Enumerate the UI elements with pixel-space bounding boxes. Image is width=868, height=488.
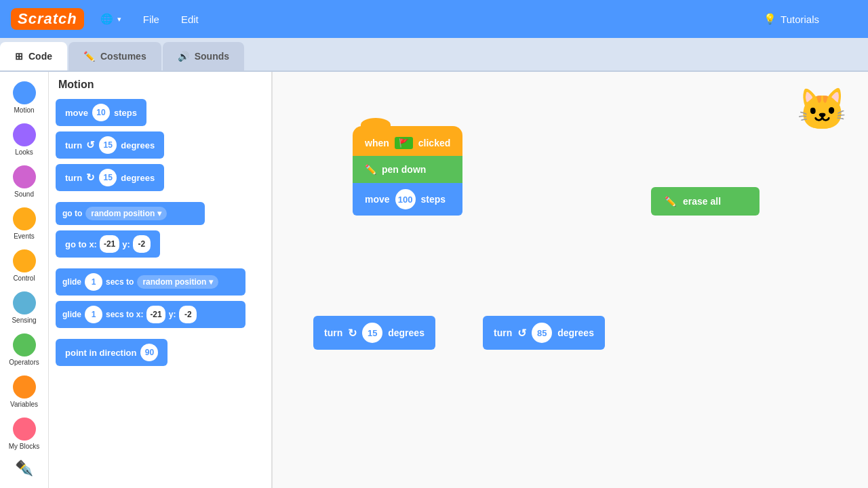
costumes-tab-icon: ✏️ [83,51,95,62]
control-label: Control [13,274,35,282]
turn-cw-degrees-label: degrees [388,327,425,338]
motion-label: Motion [14,106,34,114]
edit-label: Edit [181,14,199,25]
main-area: Motion Looks Sound Events Control Sensin… [0,72,868,488]
tutorials-label: Tutorials [781,14,819,25]
panel-title: Motion [56,79,264,91]
myblocks-dot [13,418,36,441]
globe-chevron-icon: ▾ [117,15,121,24]
tabbar: ⊞ Code ✏️ Costumes 🔊 Sounds [0,38,868,72]
sidebar-item-control[interactable]: Control [1,245,47,286]
hat-bump [361,118,391,131]
canvas-area[interactable]: 🐱 when 🚩 clicked ✏️ pen down move 100 st… [273,72,868,488]
sounds-tab-label: Sounds [195,51,229,62]
clicked-label: clicked [418,138,450,148]
glide-xy-block[interactable]: glide 1 secs to x: -21 y: -2 [56,301,245,328]
file-menu-button[interactable]: File [138,11,165,28]
sensing-dot [13,291,36,314]
pen-down-block[interactable]: ✏️ pen down [353,156,462,183]
block-goto-random: go to random position ▾ [56,202,264,225]
sounds-tab-icon: 🔊 [178,51,189,62]
bulb-icon: 💡 [764,13,776,25]
pen-tool-area: ✒️ [11,460,37,483]
myblocks-label: My Blocks [9,443,40,450]
random-position-dropdown[interactable]: random position ▾ [85,207,167,220]
move-label: move [365,194,390,205]
turn-cw-canvas-block[interactable]: turn ↻ 15 degrees [313,316,435,350]
block-glide-random: glide 1 secs to random position ▾ [56,268,264,296]
turn-ccw-block[interactable]: turn ↺ 15 degrees [56,131,164,159]
sidebar-item-sound[interactable]: Sound [1,161,47,202]
events-label: Events [14,232,35,240]
events-dot [13,207,36,230]
variables-dot [13,375,36,399]
code-tab-label: Code [28,51,52,62]
motion-dot [13,81,36,104]
turn-ccw-label: turn [494,327,512,338]
globe-icon: 🌐 [100,13,113,25]
goto-xy-block[interactable]: go to x: -21 y: -2 [56,230,160,258]
move-value: 100 [395,189,416,209]
sidebar-item-myblocks[interactable]: My Blocks [1,413,47,454]
block-turn-ccw: turn ↺ 15 degrees [56,131,264,159]
sensing-label: Sensing [12,317,36,324]
control-dot [13,249,36,272]
erase-pencil-icon: ✏️ [665,196,676,207]
file-label: File [143,14,159,25]
tab-code[interactable]: ⊞ Code [0,42,67,70]
globe-button[interactable]: 🌐 ▾ [95,10,127,28]
turn-cw-icon: ↻ [348,327,357,340]
sidebar-item-operators[interactable]: Operators [1,329,47,370]
goto-random-block[interactable]: go to random position ▾ [56,202,205,225]
block-turn-cw: turn ↻ 15 degrees [56,164,264,191]
costumes-tab-label: Costumes [100,51,146,62]
turn-cw-block[interactable]: turn ↻ 15 degrees [56,164,164,191]
move-steps-block[interactable]: move 10 steps [56,99,146,126]
operators-label: Operators [9,359,39,366]
erase-all-block[interactable]: ✏️ erase all [651,187,760,216]
tutorials-button[interactable]: 💡 Tutorials [764,13,819,25]
variables-label: Variables [10,401,38,408]
sound-label: Sound [14,190,34,198]
looks-dot [13,123,36,146]
looks-label: Looks [15,148,33,156]
operators-dot [13,333,36,357]
block-move-steps: move 10 steps [56,99,264,126]
pen-icon[interactable]: ✒️ [11,455,37,481]
glide-random-block[interactable]: glide 1 secs to random position ▾ [56,268,245,296]
point-direction-block[interactable]: point in direction 90 [56,339,167,366]
sidebar-item-sensing[interactable]: Sensing [1,287,47,328]
blocks-panel: Motion move 10 steps turn ↺ 15 degrees t… [49,72,273,488]
edit-menu-button[interactable]: Edit [176,11,204,28]
sound-dot [13,165,36,188]
sidebar-item-events[interactable]: Events [1,203,47,244]
block-glide-xy: glide 1 secs to x: -21 y: -2 [56,301,264,328]
block-point-direction: point in direction 90 [56,339,264,366]
erase-all-label: erase all [683,196,721,207]
categories-sidebar: Motion Looks Sound Events Control Sensin… [0,72,49,488]
tab-sounds[interactable]: 🔊 Sounds [163,42,244,70]
canvas-stack-1[interactable]: when 🚩 clicked ✏️ pen down move 100 step… [353,126,462,216]
turn-ccw-value: 85 [532,323,552,343]
when-label: when [365,138,389,148]
tab-costumes[interactable]: ✏️ Costumes [68,42,161,70]
turn-ccw-icon: ↺ [517,327,526,340]
block-goto-xy: go to x: -21 y: -2 [56,230,264,258]
sidebar-item-looks[interactable]: Looks [1,119,47,160]
move-100-steps-block[interactable]: move 100 steps [353,183,462,216]
sidebar-item-motion[interactable]: Motion [1,77,47,118]
scratch-logo[interactable]: Scratch [11,8,84,30]
cat-sprite: 🐱 [797,85,848,134]
turn-ccw-canvas-block[interactable]: turn ↺ 85 degrees [483,316,605,350]
pen-down-label: pen down [382,164,426,175]
turn-ccw-degrees-label: degrees [557,327,594,338]
green-flag-icon: 🚩 [395,137,413,149]
glide-dropdown[interactable]: random position ▾ [137,275,218,289]
turn-cw-label: turn [324,327,342,338]
steps-label: steps [421,194,446,205]
header: Scratch 🌐 ▾ File Edit 💡 Tutorials [0,0,868,38]
sidebar-item-variables[interactable]: Variables [1,371,47,412]
when-flag-clicked-block[interactable]: when 🚩 clicked [353,126,462,156]
pencil-icon: ✏️ [365,164,376,175]
turn-cw-value: 15 [362,323,382,343]
